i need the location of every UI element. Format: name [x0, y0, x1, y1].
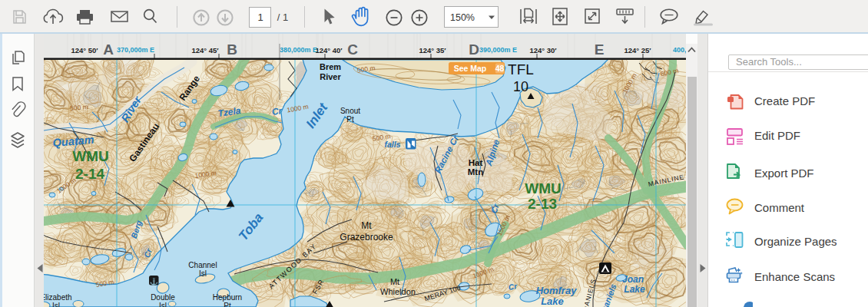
svg-text:A: A — [103, 41, 114, 58]
svg-text:Hepburn: Hepburn — [213, 293, 242, 302]
svg-text:Pt: Pt — [346, 115, 354, 124]
svg-text:Mt: Mt — [361, 220, 372, 231]
svg-text:Mt: Mt — [390, 277, 399, 286]
svg-text:C: C — [347, 41, 358, 58]
svg-text:WMU: WMU — [72, 148, 108, 164]
svg-text:Isl: Isl — [52, 302, 60, 307]
svg-text:See Map: See Map — [454, 64, 487, 73]
svg-text:TFL: TFL — [508, 61, 534, 78]
svg-text:Channel: Channel — [188, 261, 217, 269]
svg-text:Mtn: Mtn — [468, 167, 483, 177]
svg-text:370,000m E: 370,000m E — [117, 46, 154, 54]
svg-text:124° 40′: 124° 40′ — [315, 46, 343, 54]
svg-text:/ 1: / 1 — [277, 12, 288, 23]
svg-text:Double: Double — [151, 293, 175, 302]
svg-text:400,000m: 400,000m — [673, 46, 686, 54]
svg-text:River: River — [320, 72, 341, 81]
svg-text:B: B — [227, 41, 237, 58]
svg-text:Joan: Joan — [622, 274, 644, 285]
svg-text:Isl: Isl — [199, 269, 207, 278]
svg-text:150%: 150% — [450, 12, 475, 23]
svg-text:Whieldon: Whieldon — [380, 287, 416, 296]
svg-text:Snout: Snout — [340, 107, 360, 115]
svg-text:2-13: 2-13 — [528, 196, 557, 212]
svg-text:Lake: Lake — [541, 295, 564, 307]
svg-text:Homfray: Homfray — [536, 285, 578, 296]
svg-text:380,000m E: 380,000m E — [280, 46, 317, 54]
svg-text:WMU: WMU — [525, 180, 561, 196]
svg-text:D: D — [469, 41, 479, 58]
svg-text:Grazebrooke: Grazebrooke — [340, 232, 393, 243]
svg-text:falls: falls — [384, 140, 400, 149]
svg-text:48: 48 — [495, 64, 505, 73]
svg-text:Pt: Pt — [224, 302, 231, 307]
svg-text:390,000m E: 390,000m E — [479, 46, 517, 54]
svg-text:1: 1 — [257, 12, 263, 23]
svg-text:Hat: Hat — [469, 158, 483, 167]
svg-text:500 m: 500 m — [70, 103, 88, 112]
svg-text:Lake: Lake — [624, 284, 645, 295]
svg-text:2-14: 2-14 — [75, 166, 104, 182]
svg-text:E: E — [595, 41, 605, 58]
svg-text:124° 30′: 124° 30′ — [529, 46, 557, 54]
svg-text:124° 45′: 124° 45′ — [191, 46, 219, 54]
svg-text:⚓: ⚓ — [150, 277, 159, 286]
svg-text:124° 25′: 124° 25′ — [624, 46, 651, 54]
svg-text:10: 10 — [513, 79, 528, 94]
svg-text:Elizabeth: Elizabeth — [44, 293, 72, 302]
svg-text:124° 50′: 124° 50′ — [71, 46, 98, 54]
svg-text:Isl: Isl — [159, 302, 167, 307]
svg-text:Brem: Brem — [320, 62, 341, 71]
svg-text:124° 35′: 124° 35′ — [419, 46, 446, 54]
